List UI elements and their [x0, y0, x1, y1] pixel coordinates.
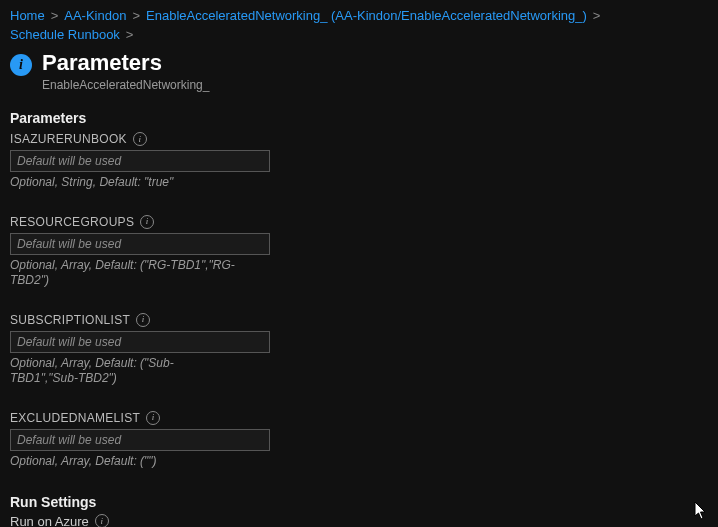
page-header: i Parameters EnableAcceleratedNetworking… [0, 44, 718, 92]
param-help: Optional, Array, Default: ("") [10, 454, 240, 470]
breadcrumb-schedule-runbook[interactable]: Schedule Runbook [10, 27, 120, 42]
run-on-row: Run on Azure i [10, 514, 708, 527]
chevron-right-icon: > [49, 8, 61, 23]
param-excludednamelist: EXCLUDEDNAMELIST i Optional, Array, Defa… [10, 411, 290, 470]
param-help: Optional, String, Default: "true" [10, 175, 240, 191]
page-subtitle: EnableAcceleratedNetworking_ [42, 78, 209, 92]
param-input-isazurerunbook[interactable] [10, 150, 270, 172]
param-input-resourcegroups[interactable] [10, 233, 270, 255]
breadcrumb: Home > AA-Kindon > EnableAcceleratedNetw… [0, 0, 718, 44]
run-on-label: Run on Azure [10, 514, 89, 527]
param-label: ISAZURERUNBOOK [10, 132, 127, 146]
chevron-right-icon: > [130, 8, 142, 23]
param-input-excludednamelist[interactable] [10, 429, 270, 451]
breadcrumb-aa-kindon[interactable]: AA-Kindon [64, 8, 126, 23]
run-settings-heading: Run Settings [10, 494, 708, 510]
info-icon: i [10, 54, 32, 76]
param-resourcegroups: RESOURCEGROUPS i Optional, Array, Defaul… [10, 215, 290, 289]
param-label: SUBSCRIPTIONLIST [10, 313, 130, 327]
info-icon[interactable]: i [140, 215, 154, 229]
param-help: Optional, Array, Default: ("Sub-TBD1","S… [10, 356, 240, 387]
info-icon[interactable]: i [133, 132, 147, 146]
param-help: Optional, Array, Default: ("RG-TBD1","RG… [10, 258, 240, 289]
breadcrumb-home[interactable]: Home [10, 8, 45, 23]
info-icon[interactable]: i [146, 411, 160, 425]
chevron-right-icon: > [591, 8, 603, 23]
param-subscriptionlist: SUBSCRIPTIONLIST i Optional, Array, Defa… [10, 313, 290, 387]
param-input-subscriptionlist[interactable] [10, 331, 270, 353]
param-label: RESOURCEGROUPS [10, 215, 134, 229]
info-icon[interactable]: i [136, 313, 150, 327]
chevron-right-icon: > [124, 27, 136, 42]
breadcrumb-runbook[interactable]: EnableAcceleratedNetworking_ (AA-Kindon/… [146, 8, 587, 23]
info-icon[interactable]: i [95, 514, 109, 527]
parameters-heading: Parameters [10, 110, 708, 126]
page-title: Parameters [42, 50, 209, 76]
param-label: EXCLUDEDNAMELIST [10, 411, 140, 425]
param-isazurerunbook: ISAZURERUNBOOK i Optional, String, Defau… [10, 132, 290, 191]
